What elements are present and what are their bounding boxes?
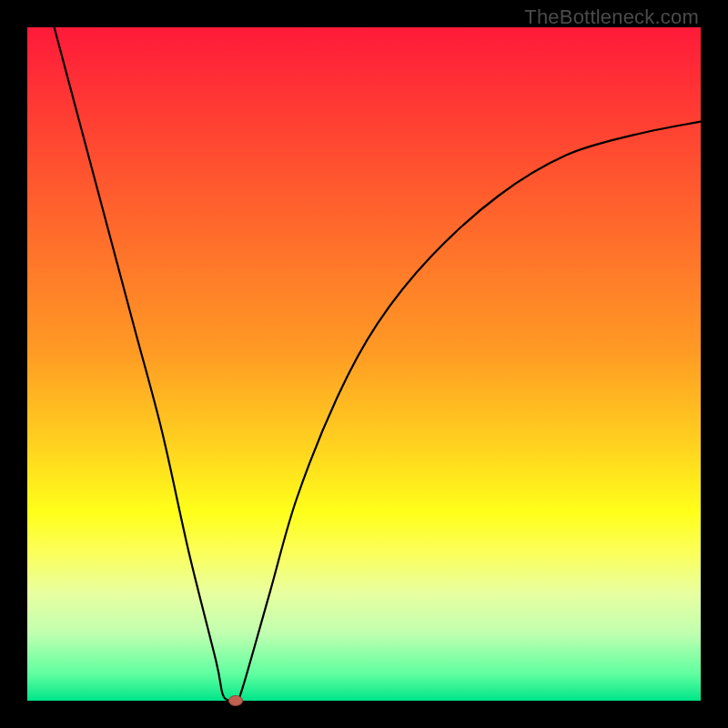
curve-svg — [27, 27, 701, 701]
chart-frame: TheBottleneck.com — [0, 0, 728, 728]
optimal-point-marker — [228, 695, 243, 706]
plot-area — [27, 27, 701, 701]
bottleneck-curve-path — [55, 27, 701, 702]
watermark-text: TheBottleneck.com — [524, 5, 699, 29]
